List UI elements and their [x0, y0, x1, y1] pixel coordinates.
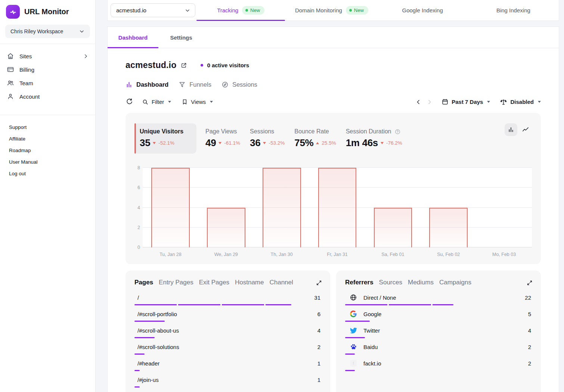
- chevron-right-icon[interactable]: [427, 99, 433, 105]
- workspace-name: Chris Riley Workspace: [10, 28, 63, 34]
- stat-sessions[interactable]: Sessions 36 -53.2%: [249, 123, 285, 154]
- y-axis-tick: 6: [137, 185, 140, 190]
- bot-filter-dropdown[interactable]: Disabled: [500, 98, 541, 106]
- chart-bar-slot: [198, 168, 254, 247]
- chart-bar[interactable]: [207, 208, 245, 248]
- trend-caret-icon: [263, 142, 266, 144]
- usage-bar: [134, 337, 155, 338]
- bar-chart-toggle-icon[interactable]: [505, 123, 517, 136]
- date-range-dropdown[interactable]: Past 7 Days: [441, 98, 490, 105]
- external-link-icon[interactable]: [180, 62, 187, 69]
- link-roadmap[interactable]: Roadmap: [0, 145, 95, 156]
- chart-bar[interactable]: [151, 168, 190, 247]
- tab-hostname[interactable]: Hostname: [235, 279, 264, 286]
- usage-bar: [134, 304, 291, 305]
- google-icon: [350, 310, 357, 318]
- tab-campaigns[interactable]: Campaigns: [439, 279, 471, 286]
- stat-bounce-rate[interactable]: Bounce Rate 75% 25.5%: [294, 123, 337, 154]
- tab-dashboard-view[interactable]: Dashboard: [125, 81, 168, 88]
- usage-bar: [345, 337, 365, 338]
- link-support[interactable]: Support: [0, 121, 95, 133]
- sidebar-item-sites[interactable]: Sites: [0, 49, 95, 63]
- chevron-left-icon[interactable]: [415, 99, 421, 105]
- tab-mediums[interactable]: Mediums: [408, 279, 434, 286]
- tab-bing-indexing[interactable]: Bing Indexing: [468, 0, 559, 21]
- site-selector[interactable]: acmestud.io: [111, 3, 195, 17]
- green-dot-icon: [349, 9, 352, 12]
- link-user-manual[interactable]: User Manual: [0, 156, 95, 168]
- tab-pages[interactable]: Pages: [134, 279, 153, 286]
- tab-dashboard[interactable]: Dashboard: [108, 27, 158, 48]
- workspace-selector[interactable]: Chris Riley Workspace: [5, 25, 90, 38]
- tab-settings[interactable]: Settings: [158, 27, 204, 48]
- line-chart-toggle-icon[interactable]: [519, 123, 532, 136]
- caret-down-icon: [538, 101, 541, 103]
- chart-bar[interactable]: [263, 168, 301, 247]
- link-affiliate[interactable]: Affiliate: [0, 133, 95, 145]
- tab-domain-monitoring[interactable]: Domain Monitoring New: [286, 0, 377, 21]
- trend-caret-icon: [153, 142, 156, 144]
- usage-bar: [345, 321, 370, 322]
- site-header: acmestud.io 0 active visitors: [125, 60, 541, 70]
- expand-icon[interactable]: [527, 280, 533, 286]
- tab-google-indexing[interactable]: Google Indexing: [377, 0, 468, 21]
- tab-sources[interactable]: Sources: [379, 279, 402, 286]
- page-row[interactable]: /#join-us1: [134, 374, 321, 391]
- bookmark-icon: [182, 99, 188, 105]
- page-tabs: Dashboard Settings: [108, 27, 559, 48]
- baidu-icon: [350, 343, 357, 351]
- tab-referrers[interactable]: Referrers: [345, 279, 374, 286]
- trend-caret-icon: [316, 142, 319, 144]
- chart-type-toggles: [505, 123, 532, 136]
- x-axis-label: Mo, Feb 03: [476, 252, 532, 257]
- referrer-row[interactable]: Direct / None22: [345, 292, 532, 308]
- tab-exit-pages[interactable]: Exit Pages: [199, 279, 229, 286]
- twitter-icon: [350, 327, 357, 334]
- page-row[interactable]: /31: [134, 292, 321, 308]
- referrer-row[interactable]: f fackt.io2: [345, 358, 532, 374]
- user-icon: [7, 93, 14, 100]
- link-log-out[interactable]: Log out: [0, 168, 95, 179]
- referrers-card-tabs: Referrers Sources Mediums Campaigns: [345, 279, 532, 286]
- referrer-row[interactable]: Baidu2: [345, 341, 532, 358]
- usage-bar: [134, 321, 165, 322]
- tab-label: Bing Indexing: [496, 7, 530, 13]
- app-name: URL Monitor: [24, 7, 69, 16]
- help-icon[interactable]: [394, 129, 401, 135]
- sidebar-item-label: Billing: [19, 67, 34, 73]
- stat-unique-visitors[interactable]: Unique Visitors 35 -52.1%: [134, 123, 196, 154]
- refresh-icon[interactable]: [125, 98, 133, 106]
- expand-icon[interactable]: [316, 280, 322, 286]
- page-row[interactable]: /#header1: [134, 358, 321, 374]
- search-icon: [142, 99, 149, 105]
- stat-page-views[interactable]: Page Views 49 -61.1%: [205, 123, 241, 154]
- tab-sessions[interactable]: Sessions: [221, 81, 257, 88]
- chart-x-axis: Tu, Jan 28We, Jan 29Th, Jan 30Fr, Jan 31…: [143, 247, 532, 257]
- usage-bar: [345, 370, 355, 371]
- chart-bars: [143, 168, 532, 247]
- tab-entry-pages[interactable]: Entry Pages: [159, 279, 193, 286]
- chart-bar[interactable]: [318, 168, 357, 247]
- pages-card: Pages Entry Pages Exit Pages Hostname Ch…: [125, 271, 330, 392]
- chart-bar[interactable]: [374, 208, 412, 248]
- referrer-row[interactable]: Google5: [345, 308, 532, 325]
- tab-tracking[interactable]: Tracking New: [195, 0, 286, 21]
- chart-bar[interactable]: [429, 208, 468, 248]
- page-row[interactable]: /#scroll-about-us4: [134, 325, 321, 341]
- usage-bar: [134, 370, 140, 371]
- page-row[interactable]: /#scroll-portfolio6: [134, 308, 321, 325]
- tab-channel[interactable]: Channel: [269, 279, 293, 286]
- referrer-row[interactable]: Twitter4: [345, 325, 532, 341]
- page-row[interactable]: /#scroll-solutions2: [134, 341, 321, 358]
- views-dropdown[interactable]: Views: [182, 99, 213, 105]
- sidebar-item-billing[interactable]: Billing: [0, 63, 95, 76]
- pages-card-tabs: Pages Entry Pages Exit Pages Hostname Ch…: [134, 279, 321, 286]
- sidebar-item-account[interactable]: Account: [0, 90, 95, 103]
- filter-dropdown[interactable]: Filter: [142, 99, 171, 105]
- bar-chart-icon: [125, 81, 133, 88]
- top-tabs: Tracking New Domain Monitoring New Googl…: [195, 0, 559, 21]
- active-visitors: 0 active visitors: [201, 62, 249, 68]
- stat-session-duration[interactable]: Session Duration 1m 46s -76.2%: [345, 123, 403, 154]
- tab-funnels[interactable]: Funnels: [179, 81, 211, 88]
- sidebar-item-team[interactable]: Team: [0, 76, 95, 90]
